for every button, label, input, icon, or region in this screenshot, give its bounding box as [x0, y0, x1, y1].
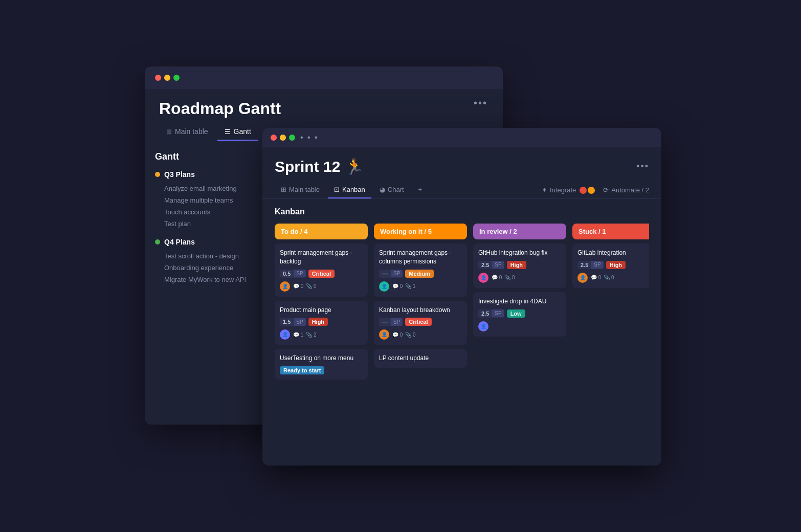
sp-value: — [379, 318, 391, 326]
front-titlebar: • • • [262, 128, 661, 147]
card-product-main[interactable]: Product main page 1.5 SP High 👤 [275, 301, 368, 345]
front-tab-add[interactable]: + [412, 182, 429, 198]
front-chart-icon: ◕ [380, 186, 385, 193]
card-sprint-backlog[interactable]: Sprint management gaps - backlog 0.5 SP … [275, 243, 368, 297]
sp-group: 2.5 SP [478, 309, 504, 318]
front-titlebar-dots: • • • [300, 133, 319, 142]
kanban-col-review: In review / 2 GitHub integration bug fix… [473, 224, 566, 455]
maximize-button[interactable] [173, 75, 180, 81]
sp-value: 2.5 [478, 261, 492, 269]
col-header-stuck: Stuck / 1 [572, 224, 649, 239]
close-button[interactable] [155, 75, 161, 81]
card-meta: 👤 💬 0 📎 0 [577, 273, 649, 283]
comment-icon: 💬 0 [293, 283, 303, 289]
card-title: UserTesting on more menu [280, 354, 363, 363]
working-cards: Sprint management gaps - columns permiss… [374, 243, 467, 455]
card-kanban-layout[interactable]: Kanban layout breakdown — SP Critical 👤 [374, 301, 467, 345]
priority-badge: Critical [308, 270, 335, 278]
meta-icons: 💬 0 📎 0 [293, 283, 317, 289]
front-traffic-lights [271, 135, 295, 141]
front-tab-kanban[interactable]: ⊡ Kanban [328, 182, 371, 198]
card-usertesting[interactable]: UserTesting on more menu Ready to start [275, 349, 368, 380]
front-tab-main-table-label: Main table [289, 186, 320, 193]
minimize-button[interactable] [164, 75, 170, 81]
back-titlebar [145, 66, 503, 89]
front-close-button[interactable] [271, 135, 277, 141]
gantt-icon: ☰ [225, 128, 231, 136]
q3-header: Q3 Plans [155, 170, 278, 179]
tab-gantt[interactable]: ☰ Gantt [217, 123, 258, 141]
priority-badge: Critical [405, 318, 431, 326]
table-icon: ⊞ [166, 128, 172, 136]
priority-badge: Medium [405, 270, 434, 278]
meta-icons: 💬 0 📎 0 [591, 275, 614, 280]
front-maximize-button[interactable] [289, 135, 295, 141]
tab-main-table[interactable]: ⊞ Main table [159, 123, 215, 141]
avatar: 👤 [577, 273, 588, 283]
priority-badge: Low [507, 309, 525, 318]
card-title: Kanban layout breakdown [379, 306, 462, 315]
front-window: • • • Sprint 12 🏃 ••• ⊞ Main table ⊡ Kan… [262, 128, 661, 465]
col-header-todo: To do / 4 [275, 224, 368, 239]
sp-label: SP [391, 318, 403, 326]
card-github-bug[interactable]: GitHub integration bug fix 2.5 SP High 👤 [473, 243, 566, 288]
sp-label: SP [591, 261, 603, 269]
sprint-more-menu[interactable]: ••• [636, 161, 649, 172]
sp-group: 2.5 SP [478, 261, 504, 269]
file-icon: 📎 0 [405, 332, 415, 338]
stuck-cards: GitLab integration 2.5 SP High 👤 [572, 243, 649, 455]
sprint-header: Sprint 12 🏃 ••• [262, 147, 661, 182]
sidebar-item-onboarding[interactable]: Onboarding experience [155, 262, 278, 274]
front-minimize-button[interactable] [280, 135, 286, 141]
sidebar-item-test[interactable]: Test plan [155, 218, 278, 230]
scene: Roadmap Gantt ••• ⊞ Main table ☰ Gantt G… [145, 66, 656, 465]
sp-group: 2.5 SP [577, 261, 604, 269]
automate-button[interactable]: ⟳ Automate / 2 [603, 186, 649, 194]
col-header-review: In review / 2 [473, 224, 566, 239]
card-gitlab[interactable]: GitLab integration 2.5 SP High 👤 [572, 243, 649, 288]
sidebar-item-scroll[interactable]: Test scroll action - design [155, 250, 278, 262]
sidebar-item-manage[interactable]: Manage multiple teams [155, 194, 278, 206]
q4-dot [155, 239, 160, 245]
integrate-button[interactable]: ✦ Integrate [542, 186, 595, 194]
automate-icon: ⟳ [603, 186, 609, 194]
card-lp-content[interactable]: LP content update [374, 349, 467, 368]
priority-badge: Ready to start [280, 366, 324, 374]
sp-value: 2.5 [478, 309, 492, 318]
card-sprint-columns[interactable]: Sprint management gaps - columns permiss… [374, 243, 467, 297]
sp-value: — [379, 270, 391, 278]
kanban-title: Kanban [275, 207, 649, 216]
front-tab-kanban-label: Kanban [342, 186, 365, 193]
integrate-avatar-2 [588, 187, 595, 194]
front-tab-main-table[interactable]: ⊞ Main table [275, 182, 326, 198]
front-tab-bar: ⊞ Main table ⊡ Kanban ◕ Chart + ✦ Integr… [262, 182, 661, 199]
q4-header: Q4 Plans [155, 238, 278, 246]
sidebar-item-touch[interactable]: Touch accounts [155, 206, 278, 218]
card-badges: 2.5 SP Low [478, 309, 561, 318]
automate-label: Automate / 2 [611, 186, 649, 194]
integrate-label: Integrate [550, 186, 576, 194]
card-badges: — SP Critical [379, 318, 462, 326]
card-title: Investigate drop in 4DAU [478, 297, 561, 306]
file-icon: 📎 0 [306, 283, 316, 289]
comment-icon: 💬 0 [492, 275, 502, 280]
comment-icon: 💬 0 [392, 283, 403, 289]
file-icon: 📎 0 [604, 275, 614, 280]
q3-dot [155, 172, 160, 177]
sp-value: 1.5 [280, 318, 294, 326]
front-tab-chart[interactable]: ◕ Chart [373, 182, 410, 198]
comment-icon: 💬 1 [293, 332, 303, 338]
kanban-columns: To do / 4 Sprint management gaps - backl… [275, 224, 649, 455]
card-meta: 👤 💬 0 📎 0 [379, 329, 462, 340]
sidebar-group-q3: Q3 Plans Analyze email marketing Manage … [155, 170, 278, 230]
front-table-icon: ⊞ [281, 186, 286, 193]
card-4dau[interactable]: Investigate drop in 4DAU 2.5 SP Low 👤 [473, 292, 566, 337]
card-title: Product main page [280, 306, 363, 315]
tab-gantt-label: Gantt [234, 127, 251, 136]
sidebar-item-migrate[interactable]: Migrate MyWork to new API [155, 274, 278, 285]
card-title: GitHub integration bug fix [478, 249, 561, 257]
sp-label: SP [492, 261, 504, 269]
comment-icon: 💬 0 [392, 332, 403, 338]
sidebar-item-analyze[interactable]: Analyze email marketing [155, 183, 278, 194]
app-more-menu[interactable]: ••• [474, 97, 487, 109]
